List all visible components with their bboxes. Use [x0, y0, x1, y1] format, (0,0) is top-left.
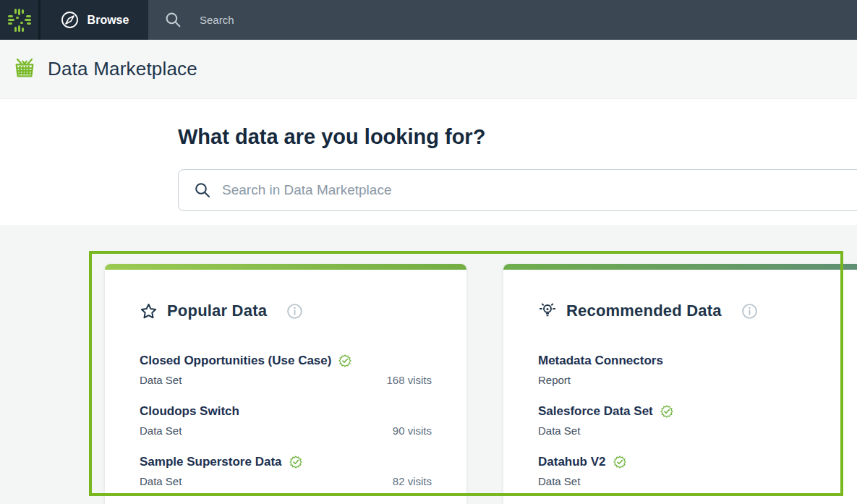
search-icon — [194, 181, 211, 199]
list-item[interactable]: Cloudops Switch Data Set 90 visits — [140, 404, 432, 437]
app-logo-icon — [7, 7, 33, 33]
item-visits: 90 visits — [393, 424, 432, 437]
list-item[interactable]: Salesforce Data Set Data Set — [538, 404, 845, 437]
item-visits: 82 visits — [393, 475, 432, 488]
item-type: Data Set — [140, 475, 182, 488]
card-title: Popular Data — [167, 302, 267, 320]
item-type: Data Set — [140, 374, 182, 387]
verified-badge-icon — [289, 456, 302, 469]
item-type: Data Set — [538, 475, 580, 488]
item-title[interactable]: Cloudops Switch — [140, 404, 239, 419]
item-title[interactable]: Metadata Connectors — [538, 354, 663, 368]
browse-button[interactable]: Browse — [40, 0, 148, 40]
item-title[interactable]: Sample Superstore Data — [140, 455, 282, 469]
info-icon[interactable] — [741, 303, 758, 320]
cards-section: Popular Data Closed Opportunities (Use C… — [0, 225, 857, 504]
list-item[interactable]: Metadata Connectors Report — [538, 354, 845, 387]
card-title: Recommended Data — [566, 302, 722, 320]
compass-icon — [60, 10, 80, 30]
app-logo[interactable] — [0, 0, 38, 40]
star-icon — [140, 302, 158, 320]
search-icon — [164, 11, 182, 29]
browse-label: Browse — [88, 14, 129, 27]
item-title[interactable]: Closed Opportunities (Use Case) — [140, 354, 331, 368]
lightbulb-icon — [538, 302, 557, 320]
item-visits: 168 visits — [386, 374, 432, 387]
card-accent-bar — [105, 264, 466, 270]
global-search-label: Search — [200, 14, 234, 26]
marketplace-search-input[interactable] — [222, 182, 857, 198]
marketplace-search-box[interactable] — [178, 169, 857, 211]
info-icon[interactable] — [286, 303, 303, 320]
item-title[interactable]: Salesforce Data Set — [538, 404, 653, 419]
item-type: Report — [538, 374, 571, 387]
item-type: Data Set — [538, 424, 580, 437]
page-header: Data Marketplace — [0, 40, 857, 99]
verified-badge-icon — [613, 456, 626, 469]
popular-data-card: Popular Data Closed Opportunities (Use C… — [105, 264, 466, 504]
hero-heading: What data are you looking for? — [178, 99, 857, 149]
verified-badge-icon — [660, 405, 673, 418]
item-title[interactable]: Datahub V2 — [538, 455, 606, 469]
basket-icon — [13, 58, 36, 81]
card-accent-bar — [503, 264, 857, 270]
topbar: Browse Search — [0, 0, 857, 40]
item-type: Data Set — [140, 424, 182, 437]
hero-section: What data are you looking for? — [0, 99, 857, 225]
global-search[interactable]: Search — [148, 0, 857, 40]
list-item[interactable]: Datahub V2 Data Set — [538, 455, 845, 488]
list-item[interactable]: Closed Opportunities (Use Case) Data Set… — [140, 354, 432, 387]
recommended-data-card: Recommended Data Metadata Connectors Rep… — [503, 264, 857, 504]
verified-badge-icon — [338, 354, 351, 367]
page-title: Data Marketplace — [48, 58, 197, 80]
list-item[interactable]: Sample Superstore Data Data Set 82 visit… — [140, 455, 432, 488]
